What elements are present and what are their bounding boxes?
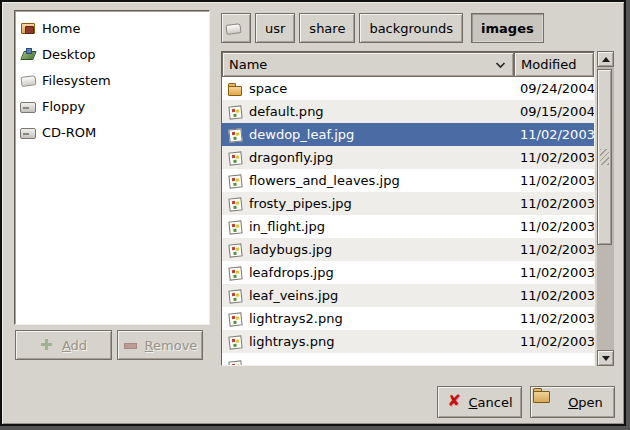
shortcuts-list: Home Desktop Filesystem Floppy CD-ROM bbox=[14, 10, 210, 325]
file-row[interactable]: dragonfly.jpg 11/02/2003 bbox=[222, 146, 594, 169]
file-name-cell: flowers_and_leaves.jpg bbox=[222, 173, 514, 189]
image-icon bbox=[227, 150, 243, 166]
grip-icon bbox=[600, 149, 609, 165]
file-row[interactable]: frosty_pipes.jpg 11/02/2003 bbox=[222, 192, 594, 215]
file-modified: 11/02/2003 bbox=[514, 127, 594, 142]
file-name: leaf_veins.jpg bbox=[249, 288, 338, 303]
down-arrow-icon bbox=[602, 356, 610, 361]
image-icon bbox=[227, 288, 243, 304]
folder-icon bbox=[227, 81, 243, 97]
file-name-cell: leafdrops.jpg bbox=[222, 265, 514, 281]
sidebar-item[interactable]: CD-ROM bbox=[15, 119, 209, 145]
file-name: space bbox=[249, 81, 287, 96]
column-header-modified[interactable]: Modified bbox=[514, 52, 594, 77]
file-name-cell: dragonfly.jpg bbox=[222, 150, 514, 166]
file-name-cell: lightrays2.png bbox=[222, 311, 514, 327]
desktop-icon bbox=[20, 46, 36, 62]
file-name: flowers_and_leaves.jpg bbox=[249, 173, 400, 188]
add-shortcut-button[interactable]: Add bbox=[15, 330, 112, 360]
path-button[interactable]: images bbox=[471, 13, 544, 43]
path-bar: usr share backgrounds images bbox=[221, 13, 544, 43]
cdrom-icon bbox=[20, 124, 36, 140]
file-name-cell: in_flight.jpg bbox=[222, 219, 514, 235]
cancel-x-icon bbox=[446, 394, 462, 410]
file-modified: 11/02/2003 bbox=[514, 265, 594, 280]
vertical-scrollbar bbox=[597, 51, 614, 366]
file-row[interactable]: leaf_veins.jpg 11/02/2003 bbox=[222, 284, 594, 307]
file-name-cell: ladybugs.jpg bbox=[222, 242, 514, 258]
plus-icon bbox=[40, 337, 56, 353]
file-modified: 11/02/2003 bbox=[514, 311, 594, 326]
path-button-label: images bbox=[481, 21, 534, 36]
sidebar-item[interactable]: Floppy bbox=[15, 93, 209, 119]
path-button-label: usr bbox=[265, 21, 285, 36]
path-button[interactable]: backgrounds bbox=[359, 13, 463, 43]
sidebar-item[interactable]: Filesystem bbox=[15, 67, 209, 93]
file-row[interactable]: leafdrops.jpg 11/02/2003 bbox=[222, 261, 594, 284]
file-modified: 11/02/2003 bbox=[514, 288, 594, 303]
filesystem-icon bbox=[20, 72, 36, 88]
file-name: lightrays2.png bbox=[249, 311, 343, 326]
scrollbar-up-button[interactable] bbox=[597, 51, 614, 67]
file-row[interactable]: lightrays2.png 11/02/2003 bbox=[222, 307, 594, 330]
file-row[interactable]: in_flight.jpg 11/02/2003 bbox=[222, 215, 594, 238]
add-button-label: Add bbox=[62, 338, 87, 353]
remove-button-label: Remove bbox=[145, 338, 198, 353]
image-icon bbox=[227, 359, 243, 365]
file-modified: 11/02/2003 bbox=[514, 196, 594, 211]
column-header-name[interactable]: Name bbox=[222, 52, 514, 77]
cancel-button[interactable]: Cancel bbox=[437, 386, 522, 418]
path-button-label: share bbox=[309, 21, 345, 36]
image-icon bbox=[227, 265, 243, 281]
file-modified: 09/15/2004 bbox=[514, 104, 594, 119]
file-chooser-dialog: Home Desktop Filesystem Floppy CD-ROM us… bbox=[0, 0, 626, 426]
sidebar-item[interactable]: Home bbox=[15, 15, 209, 41]
open-folder-icon bbox=[542, 394, 562, 410]
home-icon bbox=[20, 20, 36, 36]
filesystem-icon bbox=[225, 20, 241, 36]
remove-shortcut-button[interactable]: Remove bbox=[117, 330, 203, 360]
column-headers: Name Modified bbox=[222, 52, 594, 77]
file-row[interactable]: lightrays.png 11/02/2003 bbox=[222, 330, 594, 353]
scrollbar-thumb[interactable] bbox=[597, 69, 612, 245]
sidebar-item-label: CD-ROM bbox=[42, 125, 96, 140]
file-name-cell: lightrays.png bbox=[222, 334, 514, 350]
image-icon bbox=[227, 334, 243, 350]
path-button[interactable] bbox=[221, 13, 251, 43]
sidebar-item-label: Home bbox=[42, 21, 80, 36]
file-row-partial[interactable] bbox=[222, 353, 594, 365]
file-row[interactable]: space 09/24/2004 bbox=[222, 77, 594, 100]
path-button-label: backgrounds bbox=[369, 21, 453, 36]
file-name: in_flight.jpg bbox=[249, 219, 325, 234]
open-button-label: Open bbox=[568, 395, 603, 410]
sidebar-item[interactable]: Desktop bbox=[15, 41, 209, 67]
file-row[interactable]: default.png 09/15/2004 bbox=[222, 100, 594, 123]
sidebar-item-label: Desktop bbox=[42, 47, 96, 62]
scrollbar-down-button[interactable] bbox=[597, 350, 614, 366]
image-icon bbox=[227, 196, 243, 212]
sidebar-item-label: Filesystem bbox=[42, 73, 111, 88]
file-name: lightrays.png bbox=[249, 334, 334, 349]
path-button[interactable]: usr bbox=[255, 13, 295, 43]
minus-icon bbox=[123, 337, 139, 353]
column-header-modified-label: Modified bbox=[521, 57, 576, 72]
file-name-cell: frosty_pipes.jpg bbox=[222, 196, 514, 212]
file-list: Name Modified space 09/24/2004 default.p… bbox=[221, 51, 595, 366]
file-name: dewdop_leaf.jpg bbox=[249, 127, 354, 142]
open-button[interactable]: Open bbox=[530, 386, 615, 418]
file-rows: space 09/24/2004 default.png 09/15/2004 … bbox=[222, 77, 594, 353]
image-icon bbox=[227, 173, 243, 189]
file-row[interactable]: flowers_and_leaves.jpg 11/02/2003 bbox=[222, 169, 594, 192]
file-row[interactable]: dewdop_leaf.jpg 11/02/2003 bbox=[222, 123, 594, 146]
file-modified: 11/02/2003 bbox=[514, 150, 594, 165]
file-name-cell: leaf_veins.jpg bbox=[222, 288, 514, 304]
file-name-cell: default.png bbox=[222, 104, 514, 120]
file-modified: 11/02/2003 bbox=[514, 173, 594, 188]
up-arrow-icon bbox=[602, 57, 610, 62]
file-name: leafdrops.jpg bbox=[249, 265, 334, 280]
path-button[interactable]: share bbox=[299, 13, 355, 43]
scrollbar-track[interactable] bbox=[597, 67, 614, 350]
file-name-cell: dewdop_leaf.jpg bbox=[222, 127, 514, 143]
file-name: ladybugs.jpg bbox=[249, 242, 332, 257]
file-row[interactable]: ladybugs.jpg 11/02/2003 bbox=[222, 238, 594, 261]
